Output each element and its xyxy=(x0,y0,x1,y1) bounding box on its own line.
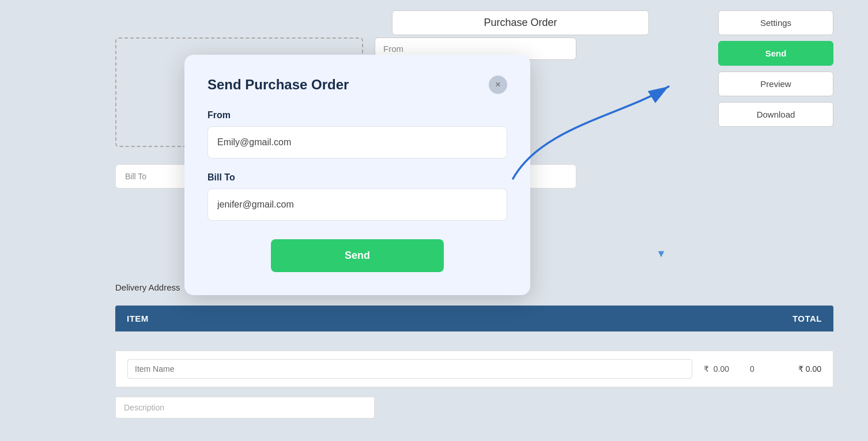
modal-bill-to-input[interactable] xyxy=(207,189,507,221)
send-purchase-order-modal: Send Purchase Order × From Bill To Send xyxy=(184,55,530,295)
total-value: 0.00 xyxy=(806,364,821,374)
price-symbol: ₹ xyxy=(704,364,709,374)
dropdown-arrow-icon[interactable]: ▼ xyxy=(656,248,666,260)
item-name-input[interactable] xyxy=(127,359,692,379)
modal-from-input[interactable] xyxy=(207,126,507,159)
item-column-header: ITEM xyxy=(127,314,149,323)
total-area: ₹ 0.00 xyxy=(775,364,821,374)
page-title-text: Purchase Order xyxy=(484,17,557,28)
purchase-order-title: Purchase Order xyxy=(392,10,649,35)
modal-from-label: From xyxy=(207,110,507,120)
modal-close-button[interactable]: × xyxy=(489,76,507,94)
close-icon: × xyxy=(495,80,500,90)
qty-area: 0 xyxy=(741,364,764,374)
qty-value: 0 xyxy=(750,364,754,374)
bill-to-label: Bill To xyxy=(125,172,146,181)
settings-button[interactable]: Settings xyxy=(718,10,833,35)
description-placeholder: Description xyxy=(124,403,164,412)
modal-title: Send Purchase Order xyxy=(207,77,349,93)
delivery-address-label: Delivery Address xyxy=(115,282,180,292)
price-value: 0.00 xyxy=(714,364,729,374)
table-row: ₹ 0.00 0 ₹ 0.00 xyxy=(115,350,833,387)
modal-send-button[interactable]: Send xyxy=(271,239,444,272)
price-area: ₹ 0.00 xyxy=(704,364,729,374)
total-symbol: ₹ xyxy=(798,364,803,374)
from-placeholder: From xyxy=(383,44,403,54)
right-sidebar: Settings Send Preview Download xyxy=(718,10,833,127)
modal-bill-to-label: Bill To xyxy=(207,172,507,183)
send-button-sidebar[interactable]: Send xyxy=(718,41,833,66)
table-header: ITEM TOTAL xyxy=(115,306,833,331)
modal-header: Send Purchase Order × xyxy=(207,76,507,94)
preview-button[interactable]: Preview xyxy=(718,71,833,96)
description-row: Description xyxy=(115,397,375,419)
download-button[interactable]: Download xyxy=(718,102,833,127)
total-column-header: TOTAL xyxy=(792,314,822,323)
